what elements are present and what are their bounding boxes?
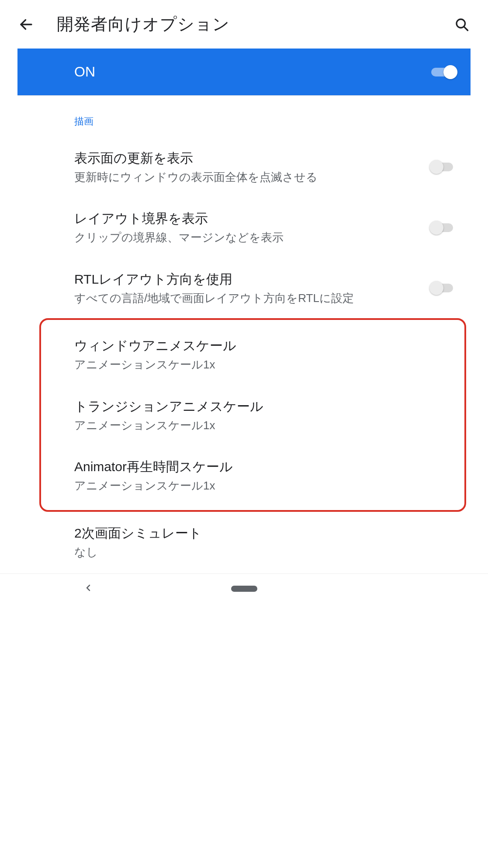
row-window-animation-scale[interactable]: ウィンドウアニメスケール アニメーションスケール1x: [74, 324, 456, 385]
toggle-force-rtl[interactable]: [431, 280, 457, 296]
page-title: 開発者向けオプション: [57, 13, 440, 35]
row-subtitle: アニメーションスケール1x: [74, 417, 447, 433]
row-animator-duration-scale[interactable]: Animator再生時間スケール アニメーションスケール1x: [74, 445, 456, 506]
section-header-drawing: 描画: [74, 96, 457, 137]
row-subtitle: 更新時にウィンドウの表示面全体を点滅させる: [74, 169, 422, 185]
toggle-show-surface-updates[interactable]: [431, 159, 457, 175]
row-title: Animator再生時間スケール: [74, 458, 447, 476]
row-title: ウィンドウアニメスケール: [74, 337, 447, 355]
row-force-rtl[interactable]: RTLレイアウト方向を使用 すべての言語/地域で画面レイアウト方向をRTLに設定: [74, 258, 457, 318]
row-subtitle: アニメーションスケール1x: [74, 357, 447, 372]
row-title: 表示面の更新を表示: [74, 149, 422, 167]
master-toggle-switch[interactable]: [431, 64, 457, 80]
row-subtitle: すべての言語/地域で画面レイアウト方向をRTLに設定: [74, 290, 422, 306]
row-simulate-secondary-display[interactable]: 2次画面シミュレート なし: [74, 512, 457, 564]
row-show-surface-updates[interactable]: 表示面の更新を表示 更新時にウィンドウの表示面全体を点滅させる: [74, 137, 457, 197]
app-bar: 開発者向けオプション: [17, 0, 471, 49]
row-title: トランジションアニメスケール: [74, 397, 447, 416]
master-toggle-label: ON: [74, 64, 431, 80]
nav-home-pill[interactable]: [231, 586, 257, 592]
highlight-annotation: ウィンドウアニメスケール アニメーションスケール1x トランジションアニメスケー…: [39, 318, 466, 512]
svg-line-2: [464, 26, 468, 30]
row-show-layout-bounds[interactable]: レイアウト境界を表示 クリップの境界線、マージンなどを表示: [74, 197, 457, 257]
back-icon[interactable]: [17, 16, 35, 33]
system-nav-bar: [0, 573, 488, 604]
row-subtitle: アニメーションスケール1x: [74, 478, 447, 493]
row-title: 2次画面シミュレート: [74, 524, 449, 542]
row-title: RTLレイアウト方向を使用: [74, 270, 422, 288]
master-toggle-row[interactable]: ON: [17, 49, 471, 96]
nav-back-icon[interactable]: [83, 583, 93, 595]
row-subtitle: なし: [74, 544, 449, 560]
toggle-show-layout-bounds[interactable]: [431, 220, 457, 236]
row-subtitle: クリップの境界線、マージンなどを表示: [74, 229, 422, 245]
row-title: レイアウト境界を表示: [74, 209, 422, 228]
row-transition-animation-scale[interactable]: トランジションアニメスケール アニメーションスケール1x: [74, 385, 456, 445]
search-icon[interactable]: [453, 16, 471, 33]
